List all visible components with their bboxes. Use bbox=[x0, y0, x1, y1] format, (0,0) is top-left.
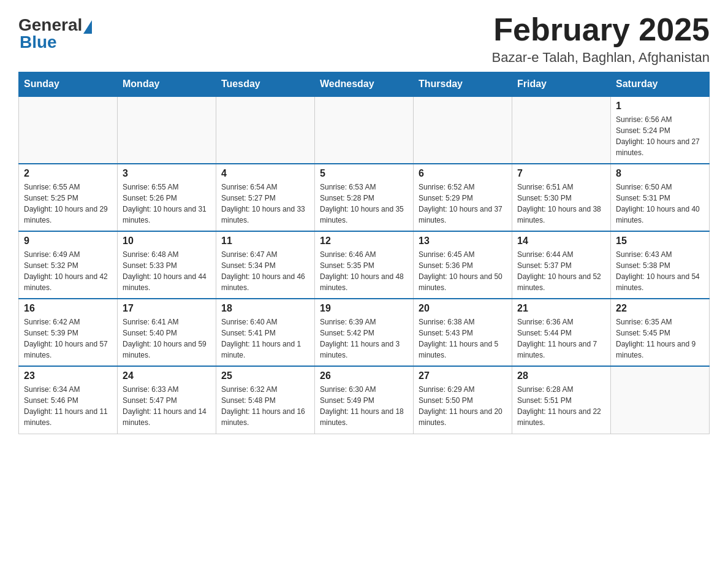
calendar-table: SundayMondayTuesdayWednesdayThursdayFrid… bbox=[18, 72, 710, 434]
day-info: Sunrise: 6:53 AM Sunset: 5:28 PM Dayligh… bbox=[320, 182, 408, 226]
calendar-cell bbox=[216, 96, 315, 164]
day-info: Sunrise: 6:46 AM Sunset: 5:35 PM Dayligh… bbox=[320, 249, 408, 293]
day-info: Sunrise: 6:41 AM Sunset: 5:40 PM Dayligh… bbox=[123, 316, 211, 361]
calendar-cell: 14Sunrise: 6:44 AM Sunset: 5:37 PM Dayli… bbox=[512, 231, 611, 299]
day-of-week-header: Thursday bbox=[414, 72, 512, 97]
calendar-cell: 17Sunrise: 6:41 AM Sunset: 5:40 PM Dayli… bbox=[118, 299, 216, 366]
day-info: Sunrise: 6:33 AM Sunset: 5:47 PM Dayligh… bbox=[123, 384, 211, 428]
day-number: 13 bbox=[419, 236, 507, 247]
logo: General Blue bbox=[18, 12, 93, 52]
calendar-cell: 21Sunrise: 6:36 AM Sunset: 5:44 PM Dayli… bbox=[512, 299, 611, 366]
day-number: 1 bbox=[616, 101, 704, 112]
day-of-week-header: Tuesday bbox=[216, 72, 315, 97]
calendar-cell bbox=[315, 96, 414, 164]
day-info: Sunrise: 6:52 AM Sunset: 5:29 PM Dayligh… bbox=[419, 182, 507, 226]
day-of-week-header: Saturday bbox=[611, 72, 710, 97]
day-info: Sunrise: 6:30 AM Sunset: 5:49 PM Dayligh… bbox=[320, 384, 408, 428]
day-info: Sunrise: 6:43 AM Sunset: 5:38 PM Dayligh… bbox=[616, 249, 704, 293]
calendar-cell: 28Sunrise: 6:28 AM Sunset: 5:51 PM Dayli… bbox=[512, 366, 611, 434]
day-number: 7 bbox=[517, 168, 605, 179]
day-info: Sunrise: 6:39 AM Sunset: 5:42 PM Dayligh… bbox=[320, 316, 408, 361]
day-of-week-header: Friday bbox=[512, 72, 611, 97]
page-header: General Blue February 2025 Bazar-e Talah… bbox=[18, 12, 710, 66]
calendar-cell: 8Sunrise: 6:50 AM Sunset: 5:31 PM Daylig… bbox=[611, 164, 710, 231]
calendar-cell: 2Sunrise: 6:55 AM Sunset: 5:25 PM Daylig… bbox=[19, 164, 118, 231]
calendar-cell: 15Sunrise: 6:43 AM Sunset: 5:38 PM Dayli… bbox=[611, 231, 710, 299]
day-number: 28 bbox=[517, 370, 605, 381]
day-number: 24 bbox=[123, 370, 211, 381]
calendar-week-row: 2Sunrise: 6:55 AM Sunset: 5:25 PM Daylig… bbox=[19, 164, 710, 231]
day-number: 6 bbox=[419, 168, 507, 179]
day-number: 17 bbox=[123, 303, 211, 314]
day-info: Sunrise: 6:56 AM Sunset: 5:24 PM Dayligh… bbox=[616, 114, 704, 158]
calendar-cell: 24Sunrise: 6:33 AM Sunset: 5:47 PM Dayli… bbox=[118, 366, 216, 434]
day-info: Sunrise: 6:47 AM Sunset: 5:34 PM Dayligh… bbox=[221, 249, 309, 293]
day-number: 23 bbox=[24, 370, 112, 381]
day-info: Sunrise: 6:40 AM Sunset: 5:41 PM Dayligh… bbox=[221, 316, 309, 361]
calendar-cell: 20Sunrise: 6:38 AM Sunset: 5:43 PM Dayli… bbox=[414, 299, 512, 366]
calendar-cell bbox=[512, 96, 611, 164]
calendar-cell: 11Sunrise: 6:47 AM Sunset: 5:34 PM Dayli… bbox=[216, 231, 315, 299]
calendar-cell: 27Sunrise: 6:29 AM Sunset: 5:50 PM Dayli… bbox=[414, 366, 512, 434]
day-number: 16 bbox=[24, 303, 112, 314]
day-info: Sunrise: 6:55 AM Sunset: 5:25 PM Dayligh… bbox=[24, 182, 112, 226]
day-number: 27 bbox=[419, 370, 507, 381]
day-info: Sunrise: 6:28 AM Sunset: 5:51 PM Dayligh… bbox=[517, 384, 605, 428]
logo-blue-text: Blue bbox=[20, 33, 57, 52]
calendar-week-row: 9Sunrise: 6:49 AM Sunset: 5:32 PM Daylig… bbox=[19, 231, 710, 299]
calendar-cell: 22Sunrise: 6:35 AM Sunset: 5:45 PM Dayli… bbox=[611, 299, 710, 366]
day-info: Sunrise: 6:51 AM Sunset: 5:30 PM Dayligh… bbox=[517, 182, 605, 226]
calendar-cell: 5Sunrise: 6:53 AM Sunset: 5:28 PM Daylig… bbox=[315, 164, 414, 231]
day-info: Sunrise: 6:34 AM Sunset: 5:46 PM Dayligh… bbox=[24, 384, 112, 428]
calendar-cell: 6Sunrise: 6:52 AM Sunset: 5:29 PM Daylig… bbox=[414, 164, 512, 231]
day-number: 22 bbox=[616, 303, 704, 314]
day-info: Sunrise: 6:49 AM Sunset: 5:32 PM Dayligh… bbox=[24, 249, 112, 293]
day-number: 5 bbox=[320, 168, 408, 179]
calendar-cell: 1Sunrise: 6:56 AM Sunset: 5:24 PM Daylig… bbox=[611, 96, 710, 164]
day-info: Sunrise: 6:42 AM Sunset: 5:39 PM Dayligh… bbox=[24, 316, 112, 361]
calendar-cell bbox=[611, 366, 710, 434]
calendar-cell: 23Sunrise: 6:34 AM Sunset: 5:46 PM Dayli… bbox=[19, 366, 118, 434]
day-info: Sunrise: 6:36 AM Sunset: 5:44 PM Dayligh… bbox=[517, 316, 605, 361]
day-info: Sunrise: 6:54 AM Sunset: 5:27 PM Dayligh… bbox=[221, 182, 309, 226]
day-info: Sunrise: 6:38 AM Sunset: 5:43 PM Dayligh… bbox=[419, 316, 507, 361]
calendar-cell: 25Sunrise: 6:32 AM Sunset: 5:48 PM Dayli… bbox=[216, 366, 315, 434]
day-number: 21 bbox=[517, 303, 605, 314]
location-title: Bazar-e Talah, Baghlan, Afghanistan bbox=[491, 50, 710, 66]
day-number: 11 bbox=[221, 236, 309, 247]
calendar-cell: 7Sunrise: 6:51 AM Sunset: 5:30 PM Daylig… bbox=[512, 164, 611, 231]
calendar-week-row: 16Sunrise: 6:42 AM Sunset: 5:39 PM Dayli… bbox=[19, 299, 710, 366]
title-section: February 2025 Bazar-e Talah, Baghlan, Af… bbox=[491, 12, 710, 66]
day-number: 10 bbox=[123, 236, 211, 247]
calendar-cell: 19Sunrise: 6:39 AM Sunset: 5:42 PM Dayli… bbox=[315, 299, 414, 366]
day-of-week-header: Monday bbox=[118, 72, 216, 97]
day-info: Sunrise: 6:45 AM Sunset: 5:36 PM Dayligh… bbox=[419, 249, 507, 293]
logo-triangle-icon bbox=[83, 20, 92, 34]
day-number: 4 bbox=[221, 168, 309, 179]
month-title: February 2025 bbox=[491, 12, 710, 47]
calendar-cell: 4Sunrise: 6:54 AM Sunset: 5:27 PM Daylig… bbox=[216, 164, 315, 231]
day-info: Sunrise: 6:48 AM Sunset: 5:33 PM Dayligh… bbox=[123, 249, 211, 293]
day-number: 2 bbox=[24, 168, 112, 179]
calendar-cell: 9Sunrise: 6:49 AM Sunset: 5:32 PM Daylig… bbox=[19, 231, 118, 299]
day-number: 15 bbox=[616, 236, 704, 247]
day-of-week-header: Sunday bbox=[19, 72, 118, 97]
day-number: 8 bbox=[616, 168, 704, 179]
day-number: 20 bbox=[419, 303, 507, 314]
day-info: Sunrise: 6:32 AM Sunset: 5:48 PM Dayligh… bbox=[221, 384, 309, 428]
day-info: Sunrise: 6:35 AM Sunset: 5:45 PM Dayligh… bbox=[616, 316, 704, 361]
calendar-week-row: 23Sunrise: 6:34 AM Sunset: 5:46 PM Dayli… bbox=[19, 366, 710, 434]
day-number: 3 bbox=[123, 168, 211, 179]
calendar-cell: 13Sunrise: 6:45 AM Sunset: 5:36 PM Dayli… bbox=[414, 231, 512, 299]
calendar-cell: 3Sunrise: 6:55 AM Sunset: 5:26 PM Daylig… bbox=[118, 164, 216, 231]
calendar-week-row: 1Sunrise: 6:56 AM Sunset: 5:24 PM Daylig… bbox=[19, 96, 710, 164]
day-info: Sunrise: 6:50 AM Sunset: 5:31 PM Dayligh… bbox=[616, 182, 704, 226]
calendar-cell: 12Sunrise: 6:46 AM Sunset: 5:35 PM Dayli… bbox=[315, 231, 414, 299]
day-number: 14 bbox=[517, 236, 605, 247]
calendar-cell: 26Sunrise: 6:30 AM Sunset: 5:49 PM Dayli… bbox=[315, 366, 414, 434]
calendar-cell bbox=[414, 96, 512, 164]
day-info: Sunrise: 6:44 AM Sunset: 5:37 PM Dayligh… bbox=[517, 249, 605, 293]
day-number: 26 bbox=[320, 370, 408, 381]
calendar-cell bbox=[118, 96, 216, 164]
day-of-week-header: Wednesday bbox=[315, 72, 414, 97]
